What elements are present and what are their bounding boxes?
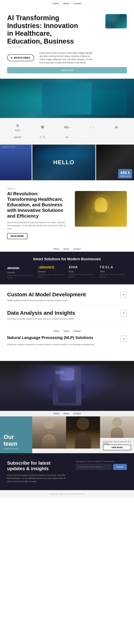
team-member-1 [32,416,66,448]
nav4-home[interactable]: Home [53,412,59,415]
subscribe-desc: At vero eos et accusam et justo duo dolo… [7,474,69,483]
smart-section: Smart Solutions for Modern Businesses am… [0,252,134,284]
brand-amazon: amazon Amazon Sample text. Click to sele… [7,266,35,279]
evga-logo: EVGA [69,266,96,269]
robot-image [53,366,81,406]
robot-section [0,361,134,411]
about-section: About us AI Revolution: Transforming Hea… [0,180,134,246]
services-section: Custom AI Model Development ↗ Building t… [0,284,134,361]
about-description: At vero eos et accusam et justo duo dolo… [7,221,69,230]
image-block-center: HELLO [32,144,95,180]
service-title-3: Natural Language Processing (NLP) Soluti… [7,336,93,340]
nav4-contact[interactable]: Contact [73,412,81,415]
brand-binance: ◇BINANCE Binance Sample text. Click to s… [38,266,65,279]
hero-image [105,14,127,28]
vr-banner [0,79,134,118]
service-link-3[interactable]: ↗ [120,336,127,342]
binance-logo: ◇BINANCE [38,266,65,269]
stat-overlay: 450 k Active users [118,169,132,178]
stat-number: 450 k [120,170,130,175]
subscribe-title: Subscribe for latest updates & insights [7,460,69,472]
nav4-about[interactable]: About [63,412,69,415]
nav2-about[interactable]: About [63,248,69,250]
service-data-analysis: Data Analysis and Insights ↗ Extracting … [7,310,127,324]
service-custom-ai: Custom AI Model Development ↗ Building t… [7,292,127,306]
hello-text: HELLO [53,159,74,166]
nav-home[interactable]: Home [53,2,59,5]
amazon-desc: Sample text. Click to select the Text El… [7,274,35,279]
evga-desc: Sample text. Click to select the Text El… [69,274,96,278]
about-title: AI Revolution: Transforming Healthcare, … [7,191,69,219]
logo-bb: ⁙⁙ [39,135,46,139]
discover-button[interactable]: DISCOVER [7,67,127,73]
logo-5: ≋ [115,125,118,130]
team-section: Home About Contact Our team Image from F… [0,411,134,453]
smart-title: Smart Solutions for Modern Businesses [7,257,127,261]
nav3-about[interactable]: About [63,330,69,332]
amazon-logo: amazon [7,266,35,270]
nav-about[interactable]: About [63,2,69,5]
team-member-3: Sample text. Click to select the Text El… [100,416,134,453]
team-extra-text: Sample text. Click to select the Text El… [103,441,131,444]
hero-image-caption: Image from Freepik [7,46,127,48]
team-title: Our team [4,434,29,447]
service-link-2[interactable]: ↗ [120,310,127,316]
about-image [75,191,127,227]
nav-mid-3: Home About Contact [0,411,134,416]
nav2-home[interactable]: Home [53,248,59,250]
logo-hd: HD━━ [64,126,70,129]
main-nav: Home About Contact [0,0,134,7]
binance-name: Binance [38,270,65,273]
service-desc-2: Extracting actionable insights from larg… [7,317,96,320]
evga-name: Evga [69,270,96,273]
subscribe-sample-text: Sample text. Click to select the Text El… [76,460,127,462]
amazon-name: Amazon [7,271,35,274]
team-extra: Sample text. Click to select the Text El… [100,438,134,453]
service-title-1: Custom AI Model Development [7,292,86,297]
stat-label: Active users [120,175,130,177]
service-desc-3: Enhancing customer interactions through … [7,343,96,346]
service-desc-1: Building tailored machine learning model… [7,299,96,302]
logo-2: ❋ [41,125,44,130]
logo-m: m [66,136,68,139]
binance-desc: Sample text. Click to select the Text El… [38,274,65,278]
nav2-contact[interactable]: Contact [73,248,81,250]
brand-tesla: TESLA Tesla Sample text. Click to select… [100,266,127,279]
service-link-1[interactable]: ↗ [120,292,127,298]
nav3-contact[interactable]: Contact [73,330,81,332]
footer: Sample text. Click to select the Text El… [0,490,134,498]
view-more-button[interactable]: VIEW MORE [103,444,131,450]
team-member-2 [66,416,100,448]
service-nlp: Natural Language Processing (NLP) Soluti… [7,336,127,350]
nav-mid: Home About Contact [0,246,134,252]
about-tag: About us [7,188,127,190]
subscribe-right: Sample text. Click to select the Text El… [76,460,127,470]
tesla-name: Tesla [100,270,127,273]
tesla-logo: TESLA [100,266,127,269]
logo-4: ⋮⋮ [89,126,95,129]
image-block-right: 450 k Active users [96,144,134,180]
hero-section: AI Transforming Industries: Innovation i… [0,7,134,79]
tesla-desc: Sample text. Click to select the Text El… [100,274,127,278]
team-header: Our team Image from Freepik [0,416,32,453]
hero-title: AI Transforming Industries: Innovation i… [7,14,79,45]
subscribe-section: Subscribe for latest updates & insights … [0,453,134,490]
image-source-label: Image from Freepik [2,146,15,148]
logo-ogie: ⊕ ogie [15,123,21,131]
read-more-button[interactable]: READ MORE [7,233,27,239]
footer-text: Sample text. Click to select the Text El… [3,493,131,495]
brand-evga: EVGA Evga Sample text. Click to select t… [69,266,96,279]
nav3-home[interactable]: Home [53,330,59,332]
hero-description: Lorem ipsum dolor sit amet, consectetur … [40,52,93,64]
email-input[interactable] [76,464,112,470]
image-block-left: Image from Freepik [0,144,32,180]
watch-video-button[interactable]: WATCH VIDEO [7,54,34,61]
image-grid: Image from Freepik HELLO 450 k Active us… [0,144,134,180]
nav-mid-2: Home About Contact [0,328,134,334]
logo-apmd: apmd [14,136,21,138]
logos-section: ⊕ ogie ❋ HD━━ ⋮⋮ ≋ apmd ⁙⁙ m [0,118,134,144]
service-title-2: Data Analysis and Insights [7,310,75,316]
subscribe-button[interactable]: Submit [113,464,127,470]
team-image-source: Image from Freepik [4,448,29,450]
nav-contact[interactable]: Contact [73,2,81,5]
